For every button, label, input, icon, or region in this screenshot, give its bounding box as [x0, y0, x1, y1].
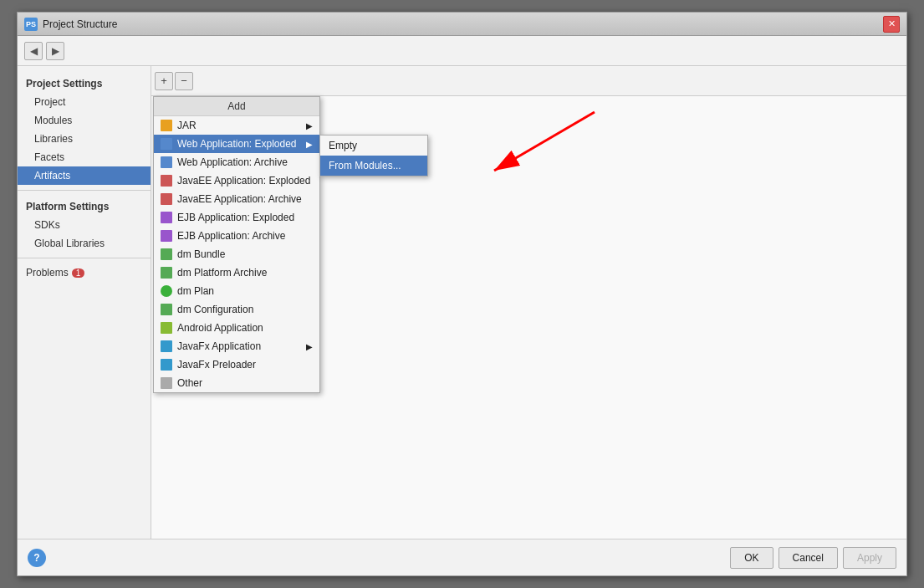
sidebar-divider-2 — [18, 258, 151, 258]
sidebar-item-libraries[interactable]: Libraries — [18, 130, 151, 148]
project-settings-label: Project Settings — [18, 73, 151, 93]
jar-icon — [161, 120, 172, 131]
close-button[interactable]: ✕ — [883, 16, 900, 33]
sidebar-item-artifacts[interactable]: Artifacts — [18, 166, 151, 185]
dropdown-item-dm-configuration[interactable]: dm Configuration — [154, 300, 319, 319]
ejb-archive-label: EJB Application: Archive — [177, 230, 285, 242]
red-arrow-indicator — [477, 108, 611, 186]
javaee-archive-icon — [161, 193, 172, 205]
content-area: + − Add JAR ▶ Web Applicat — [151, 66, 906, 539]
dropdown-item-dm-bundle[interactable]: dm Bundle — [154, 245, 319, 263]
dropdown-item-javafx-application[interactable]: JavaFx Application ▶ — [154, 337, 319, 355]
web-exploded-arrow: ▶ — [306, 140, 313, 149]
dropdown-item-dm-platform-archive[interactable]: dm Platform Archive — [154, 263, 319, 282]
dropdown-item-web-app-exploded[interactable]: Web Application: Exploded ▶ Empty From M… — [154, 135, 319, 153]
project-structure-window: PS Project Structure ✕ ◀ ▶ Project Setti… — [17, 12, 907, 576]
dropdown-item-javaee-exploded[interactable]: JavaEE Application: Exploded — [154, 171, 319, 190]
dropdown-item-dm-plan[interactable]: dm Plan — [154, 282, 319, 300]
content-toolbar: + − — [151, 66, 906, 96]
dm-configuration-icon — [161, 304, 172, 315]
dm-platform-archive-icon — [161, 267, 172, 279]
javafx-app-arrow: ▶ — [306, 342, 313, 351]
other-icon — [161, 377, 172, 389]
dm-bundle-icon — [161, 248, 172, 260]
back-button[interactable]: ◀ — [24, 42, 43, 60]
title-bar: PS Project Structure ✕ — [18, 13, 906, 36]
sidebar-item-modules[interactable]: Modules — [18, 111, 151, 130]
javafx-preloader-icon — [161, 359, 172, 371]
jar-arrow: ▶ — [306, 121, 313, 130]
forward-button[interactable]: ▶ — [46, 42, 64, 60]
web-archive-icon — [161, 156, 172, 168]
submenu-item-from-modules[interactable]: From Modules... — [320, 156, 427, 176]
dropdown-menu: Add JAR ▶ Web Application: Exploded ▶ — [153, 96, 320, 393]
android-label: Android Application — [177, 322, 263, 334]
dropdown-item-web-app-archive[interactable]: Web Application: Archive — [154, 153, 319, 171]
dropdown-item-ejb-exploded[interactable]: EJB Application: Exploded — [154, 208, 319, 227]
javaee-exploded-icon — [161, 175, 172, 187]
javafx-app-label: JavaFx Application — [177, 340, 261, 352]
ejb-archive-icon — [161, 230, 172, 242]
problems-label: Problems — [26, 267, 69, 279]
remove-artifact-button[interactable]: − — [175, 72, 193, 90]
dm-configuration-label: dm Configuration — [177, 304, 253, 315]
jar-label: JAR — [177, 120, 197, 131]
sidebar-item-project[interactable]: Project — [18, 93, 151, 111]
sidebar-item-sdks[interactable]: SDKs — [18, 216, 151, 234]
main-area: Project Settings Project Modules Librari… — [18, 66, 906, 539]
svg-line-1 — [494, 112, 595, 171]
ejb-exploded-icon — [161, 212, 172, 223]
javafx-preloader-label: JavaFx Preloader — [177, 359, 256, 371]
window-body: ◀ ▶ Project Settings Project Modules Lib… — [18, 36, 906, 539]
window-title: Project Structure — [43, 18, 883, 30]
dm-plan-label: dm Plan — [177, 285, 214, 297]
help-button[interactable]: ? — [28, 549, 46, 567]
sidebar-item-facets[interactable]: Facets — [18, 148, 151, 166]
problems-item[interactable]: Problems 1 — [18, 263, 151, 282]
dropdown-item-ejb-archive[interactable]: EJB Application: Archive — [154, 227, 319, 245]
dropdown-header: Add — [154, 97, 319, 116]
bottom-left: ? — [28, 549, 46, 567]
problems-badge: 1 — [72, 268, 85, 278]
sidebar-divider — [18, 190, 151, 191]
dropdown-item-other[interactable]: Other — [154, 374, 319, 392]
dropdown-item-android-application[interactable]: Android Application — [154, 319, 319, 337]
add-artifact-button[interactable]: + — [155, 72, 173, 90]
sidebar-item-global-libraries[interactable]: Global Libraries — [18, 234, 151, 253]
platform-settings-label: Platform Settings — [18, 196, 151, 216]
dropdown-item-javafx-preloader[interactable]: JavaFx Preloader — [154, 355, 319, 374]
dropdown-item-javaee-archive[interactable]: JavaEE Application: Archive — [154, 190, 319, 208]
javafx-app-icon — [161, 340, 172, 352]
nav-toolbar: ◀ ▶ — [18, 36, 906, 66]
dm-bundle-label: dm Bundle — [177, 248, 225, 260]
dm-plan-icon — [161, 285, 172, 297]
web-exploded-label: Web Application: Exploded — [177, 138, 297, 150]
ok-button[interactable]: OK — [730, 547, 773, 569]
dm-platform-archive-label: dm Platform Archive — [177, 267, 267, 279]
bottom-bar: ? OK Cancel Apply — [18, 539, 906, 575]
cancel-button[interactable]: Cancel — [779, 547, 838, 569]
window-icon: PS — [24, 18, 38, 31]
submenu-item-empty[interactable]: Empty — [320, 135, 427, 156]
dropdown-item-jar[interactable]: JAR ▶ — [154, 116, 319, 135]
other-label: Other — [177, 377, 202, 389]
javaee-exploded-label: JavaEE Application: Exploded — [177, 175, 310, 187]
submenu: Empty From Modules... — [319, 135, 428, 176]
javaee-archive-label: JavaEE Application: Archive — [177, 193, 302, 205]
add-dropdown: Add JAR ▶ Web Application: Exploded ▶ — [153, 96, 320, 393]
ejb-exploded-label: EJB Application: Exploded — [177, 212, 294, 223]
sidebar: Project Settings Project Modules Librari… — [18, 66, 151, 539]
web-archive-label: Web Application: Archive — [177, 156, 288, 168]
apply-button[interactable]: Apply — [843, 547, 896, 569]
android-icon — [161, 322, 172, 334]
web-exploded-icon — [161, 138, 172, 150]
